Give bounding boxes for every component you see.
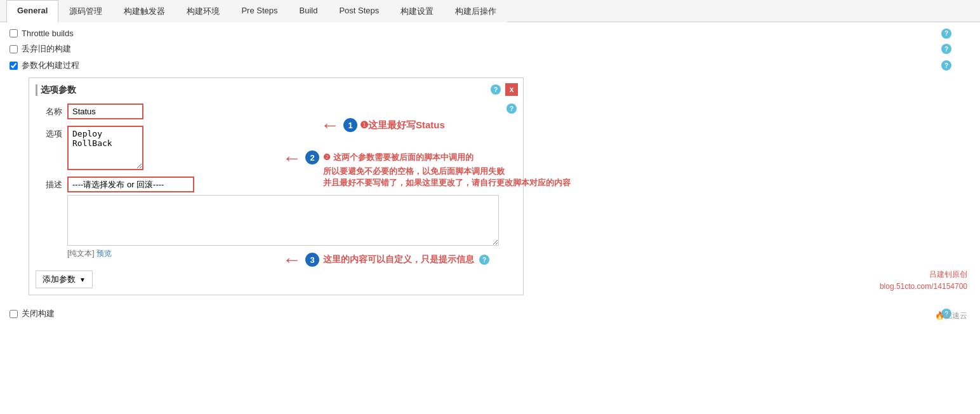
parameterize-build-help[interactable]: ? — [941, 60, 951, 70]
51cto-logo: 🔥亿速云 — [935, 310, 967, 321]
tab-env[interactable]: 构建环境 — [176, 0, 230, 22]
discard-old-builds-checkbox[interactable] — [10, 45, 18, 53]
throttle-builds-row: Throttle builds ? — [10, 29, 970, 38]
param-panel-help[interactable]: ? — [491, 84, 501, 95]
options-field-row: 选项 Deploy RollBack — [36, 126, 517, 170]
tab-poststeps[interactable]: Post Steps — [328, 0, 390, 22]
options-textarea[interactable]: Deploy RollBack — [67, 126, 143, 170]
main-content: Throttle builds ? 丢弃旧的构建 ? 参数化构建过程 ? 选项参… — [0, 22, 980, 331]
desc-input[interactable] — [67, 177, 194, 192]
add-param-label: 添加参数 — [43, 274, 76, 285]
close-build-label: 关闭构建 — [22, 308, 55, 319]
discard-old-builds-label: 丢弃旧的构建 — [22, 43, 71, 55]
tab-buildsettings[interactable]: 构建设置 — [390, 0, 444, 22]
discard-old-builds-help[interactable]: ? — [941, 44, 951, 54]
tab-postbuild[interactable]: 构建后操作 — [444, 0, 507, 22]
close-param-panel-button[interactable]: x — [505, 83, 518, 96]
plaintext-label: [纯文本] — [67, 249, 95, 258]
param-panel: 选项参数 x ? 名称 ? 选项 Deploy RollBack — [29, 77, 524, 295]
desc-label: 描述 — [36, 177, 67, 190]
desc-input-wrapper: [纯文本] 预览 — [67, 177, 517, 259]
watermark-line2: blog.51cto.com/14154700 — [880, 281, 967, 293]
preview-link[interactable]: 预览 — [96, 249, 112, 258]
tab-source[interactable]: 源码管理 — [58, 0, 113, 22]
tab-general[interactable]: General — [6, 0, 58, 22]
watermark: 吕建钊原创 blog.51cto.com/14154700 — [880, 269, 967, 293]
parameterize-build-checkbox[interactable] — [10, 62, 18, 70]
throttle-builds-help[interactable]: ? — [941, 29, 951, 39]
options-label: 选项 — [36, 126, 67, 140]
name-input[interactable] — [67, 104, 143, 119]
page-wrapper: General 源码管理 构建触发器 构建环境 Pre Steps Build … — [0, 0, 980, 414]
tab-build[interactable]: Build — [289, 0, 329, 22]
name-help[interactable]: ? — [507, 104, 517, 114]
tab-presteps[interactable]: Pre Steps — [230, 0, 288, 22]
name-field-row: 名称 ? — [36, 104, 517, 119]
close-build-checkbox[interactable] — [10, 310, 18, 318]
add-param-dropdown-arrow: ▼ — [79, 276, 86, 283]
name-label: 名称 — [36, 104, 67, 117]
add-param-button[interactable]: 添加参数 ▼ — [36, 270, 93, 288]
desc-field-row: 描述 [纯文本] 预览 — [36, 177, 517, 259]
tab-bar: General 源码管理 构建触发器 构建环境 Pre Steps Build … — [0, 0, 980, 22]
add-param-wrapper: 添加参数 ▼ — [36, 265, 517, 288]
throttle-builds-label: Throttle builds — [22, 29, 74, 38]
options-input-wrapper: Deploy RollBack — [67, 126, 517, 170]
throttle-builds-checkbox[interactable] — [10, 29, 18, 37]
close-build-row: 关闭构建 ? — [10, 308, 970, 319]
parameterize-build-row: 参数化构建过程 ? — [10, 60, 970, 71]
desc-textarea[interactable] — [67, 195, 499, 246]
watermark-line1: 吕建钊原创 — [880, 269, 967, 281]
preview-links: [纯文本] 预览 — [67, 248, 517, 259]
parameterize-build-label: 参数化构建过程 — [22, 60, 79, 71]
name-input-wrapper — [67, 104, 501, 119]
tab-trigger[interactable]: 构建触发器 — [113, 0, 176, 22]
discard-old-builds-row: 丢弃旧的构建 ? — [10, 43, 970, 55]
param-panel-title: 选项参数 — [36, 84, 517, 96]
